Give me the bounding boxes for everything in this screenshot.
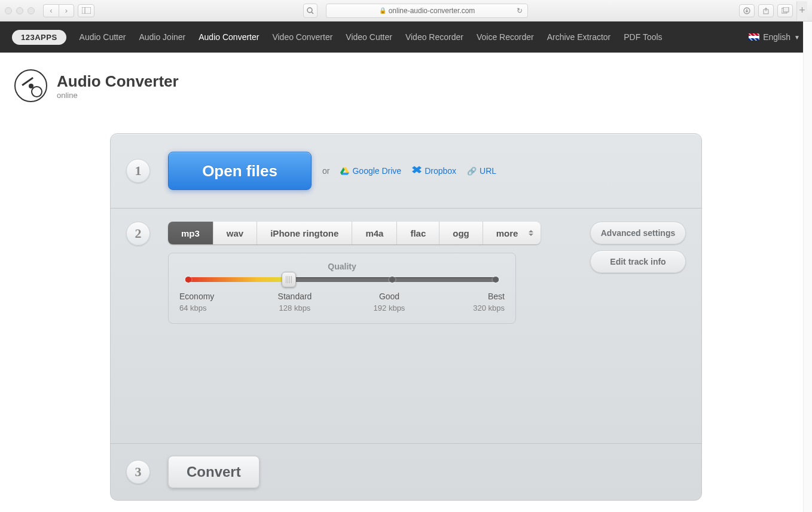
nav-voice-recorder[interactable]: Voice Recorder (477, 32, 534, 42)
quality-label: Best 320 kbps (463, 292, 505, 312)
url-label: URL (480, 166, 496, 176)
step-3: 3 Convert (111, 443, 701, 500)
lock-icon: 🔒 (379, 7, 386, 14)
brand-logo[interactable]: 123APPS (12, 30, 66, 45)
chevron-down-icon: ▼ (794, 34, 800, 41)
nav-video-converter[interactable]: Video Converter (272, 32, 332, 42)
format-tabs: mp3 wav iPhone ringtone m4a flac ogg mor… (168, 222, 541, 244)
slider-fill (185, 277, 289, 282)
page-title: Audio Converter (57, 72, 179, 91)
minimize-window-icon[interactable] (16, 7, 23, 14)
language-label: English (763, 32, 790, 42)
or-label: or (322, 166, 329, 176)
convert-button[interactable]: Convert (168, 456, 260, 488)
sidebar-toggle-button[interactable] (78, 4, 94, 17)
page-header: Audio Converter online (0, 53, 812, 116)
dropbox-icon (412, 166, 422, 176)
side-buttons: Advanced settings Edit track info (590, 222, 686, 273)
dropbox-link[interactable]: Dropbox (412, 166, 456, 176)
nav-audio-cutter[interactable]: Audio Cutter (80, 32, 126, 42)
step-number: 1 (126, 159, 150, 183)
open-files-button[interactable]: Open files (168, 152, 312, 190)
quality-bitrate: 128 kbps (274, 303, 316, 312)
quality-label: Standard 128 kbps (274, 292, 316, 312)
nav-video-recorder[interactable]: Video Recorder (405, 32, 463, 42)
nav-pdf-tools[interactable]: PDF Tools (624, 32, 662, 42)
zoom-window-icon[interactable] (28, 7, 35, 14)
new-tab-button[interactable]: + (796, 1, 807, 20)
dropbox-label: Dropbox (425, 166, 456, 176)
google-drive-link[interactable]: Google Drive (340, 166, 401, 176)
google-drive-label: Google Drive (352, 166, 401, 176)
format-m4a[interactable]: m4a (352, 222, 397, 244)
nav-video-cutter[interactable]: Video Cutter (346, 32, 392, 42)
nav-buttons: ‹ › (43, 4, 74, 17)
format-flac[interactable]: flac (397, 222, 439, 244)
nav-audio-converter[interactable]: Audio Converter (199, 32, 259, 42)
step-number: 2 (126, 222, 150, 246)
quality-label: Good 192 kbps (368, 292, 410, 312)
back-button[interactable]: ‹ (43, 4, 59, 17)
quality-name: Good (368, 292, 410, 301)
step-number: 3 (126, 460, 150, 484)
slider-stop (493, 277, 499, 283)
slider-thumb[interactable] (282, 272, 296, 287)
site-topnav: 123APPS Audio Cutter Audio Joiner Audio … (0, 22, 812, 53)
browser-chrome: ‹ › 🔒 online-audio-converter.com ↻ + (0, 0, 812, 22)
tabs-button[interactable] (777, 4, 793, 17)
slider-stop (389, 277, 395, 283)
advanced-settings-button[interactable]: Advanced settings (590, 222, 686, 244)
quality-name: Economy (179, 292, 221, 301)
svg-rect-0 (82, 7, 91, 14)
sort-arrows-icon (529, 230, 533, 236)
forward-button[interactable]: › (59, 4, 74, 17)
format-iphone-ringtone[interactable]: iPhone ringtone (257, 222, 352, 244)
edit-track-info-button[interactable]: Edit track info (590, 250, 686, 273)
flag-icon (749, 33, 759, 41)
format-more-label: more (496, 228, 518, 238)
window-controls (5, 7, 35, 14)
step-2: 2 mp3 wav iPhone ringtone m4a flac ogg m… (111, 208, 701, 443)
quality-bitrate: 64 kbps (179, 303, 221, 312)
svg-rect-7 (783, 7, 789, 12)
share-button[interactable] (758, 4, 774, 17)
quality-slider[interactable] (185, 277, 499, 282)
quality-label: Economy 64 kbps (179, 292, 221, 312)
quality-bitrate: 320 kbps (463, 303, 505, 312)
search-icon (307, 7, 314, 14)
format-wav[interactable]: wav (213, 222, 257, 244)
toolbar-right (739, 4, 793, 17)
svg-point-2 (307, 8, 312, 13)
url-link[interactable]: 🔗 URL (467, 166, 496, 176)
nav-audio-joiner[interactable]: Audio Joiner (139, 32, 185, 42)
quality-title: Quality (185, 262, 499, 271)
search-button[interactable] (303, 4, 318, 18)
format-mp3[interactable]: mp3 (168, 222, 213, 244)
quality-name: Standard (274, 292, 316, 301)
quality-name: Best (463, 292, 505, 301)
language-selector[interactable]: English ▼ (749, 32, 800, 42)
slider-stop (185, 277, 191, 283)
link-icon: 🔗 (467, 167, 477, 176)
nav-archive-extractor[interactable]: Archive Extractor (547, 32, 611, 42)
svg-line-3 (312, 12, 313, 14)
reload-icon[interactable]: ↻ (517, 7, 523, 15)
close-window-icon[interactable] (5, 7, 12, 14)
step-1: 1 Open files or Google Drive Dropbox 🔗 U… (111, 134, 701, 208)
url-text: online-audio-converter.com (389, 7, 475, 15)
download-icon (743, 7, 750, 14)
quality-bitrate: 192 kbps (368, 303, 410, 312)
google-drive-icon (340, 167, 349, 175)
address-bar[interactable]: 🔒 online-audio-converter.com ↻ (326, 4, 529, 18)
main-panel: 1 Open files or Google Drive Dropbox 🔗 U… (110, 133, 702, 501)
page-subtitle: online (57, 91, 179, 100)
quality-panel: Quality Economy 64 kbps Standard (168, 253, 516, 324)
share-icon (762, 7, 770, 14)
downloads-button[interactable] (739, 4, 755, 17)
app-logo-icon (14, 69, 47, 102)
format-ogg[interactable]: ogg (439, 222, 483, 244)
format-more[interactable]: more (483, 222, 541, 244)
tabs-icon (782, 7, 789, 14)
scrollbar[interactable] (803, 22, 812, 512)
quality-labels: Economy 64 kbps Standard 128 kbps Good 1… (185, 292, 499, 312)
